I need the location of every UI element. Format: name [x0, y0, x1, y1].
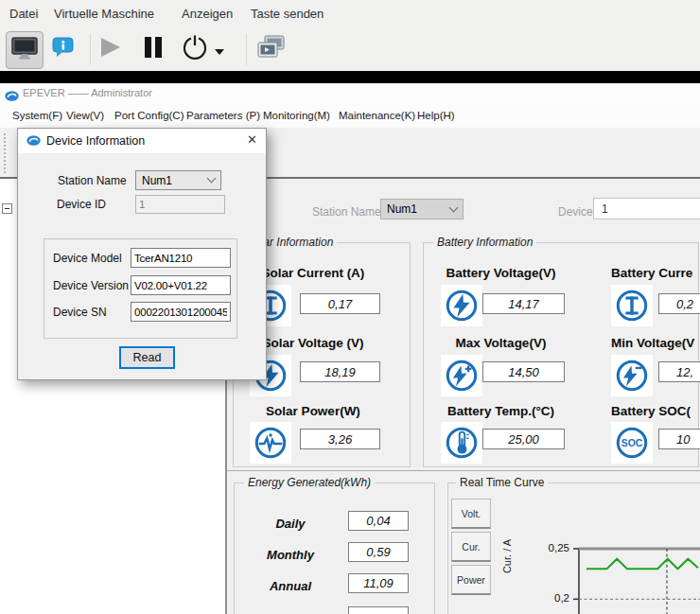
device-sn-label: Device SN [53, 306, 107, 319]
toolbar-separator [90, 34, 91, 65]
vm-toolbar [0, 28, 700, 71]
energy-daily-label: Daily [248, 517, 333, 531]
dialog-title: Device Information [46, 134, 145, 148]
app-menu-port-config[interactable]: Port Config(C) [114, 104, 184, 128]
vm-menu-view[interactable]: Anzeigen [182, 0, 233, 28]
device-id-field[interactable]: 1 [593, 198, 700, 219]
power-wave-icon [250, 422, 291, 464]
min-voltage-field[interactable]: 12, [658, 361, 700, 382]
max-voltage-icon [441, 355, 482, 396]
app-menu-view[interactable]: View(V) [66, 104, 104, 128]
curve-tab-cur[interactable]: Cur. [451, 532, 491, 562]
device-information-dialog: Device Information ✕ Station Name Num1 D… [17, 128, 267, 380]
chevron-down-icon [449, 202, 459, 212]
energy-annual-field[interactable]: 11,09 [348, 573, 409, 593]
real-time-curve-title: Real Time Curve [456, 476, 548, 489]
metric-label: Min Voltage(V [611, 336, 700, 350]
app-menu-parameters[interactable]: Parameters (P) [186, 104, 260, 128]
station-name-select[interactable]: Num1 [380, 199, 464, 219]
svg-text:SOC: SOC [621, 438, 643, 448]
energy-extra-field[interactable] [348, 606, 409, 614]
app-menu-help[interactable]: Help(H) [417, 104, 455, 128]
metric-label: Battery SOC( [611, 404, 700, 418]
energy-generated-title: Energy Generated(kWh) [244, 476, 375, 489]
energy-daily-field[interactable]: 0,04 [348, 511, 409, 531]
vm-menubar: Datei Virtuelle Maschine Anzeigen Taste … [0, 0, 700, 29]
soc-icon: SOC [611, 422, 653, 464]
battery-soc-field[interactable]: 10 [658, 429, 700, 449]
dialog-titlebar[interactable]: Device Information ✕ [18, 129, 266, 153]
station-name-label: Station Name [312, 205, 381, 219]
shutdown-icon [182, 34, 208, 64]
console-button[interactable] [6, 31, 44, 69]
device-sn-field[interactable] [131, 302, 231, 322]
device-version-field[interactable] [131, 275, 231, 295]
curve-tab-power[interactable]: Power [451, 565, 491, 595]
chevron-down-icon [207, 174, 217, 184]
epever-logo-icon [5, 88, 19, 105]
vm-menu-send-key[interactable]: Taste senden [251, 0, 324, 28]
energy-annual-label: Annual [248, 579, 333, 593]
solar-voltage-field[interactable]: 18,19 [300, 361, 380, 382]
battery-voltage-field[interactable]: 14,17 [482, 293, 565, 314]
curve-tab-volt[interactable]: Volt. [451, 499, 491, 529]
shutdown-menu-button[interactable] [214, 46, 225, 54]
shutdown-button[interactable] [182, 36, 208, 62]
energy-monthly-label: Monthly [248, 548, 333, 562]
battery-current-field[interactable]: 0,2 [658, 293, 700, 314]
device-version-label: Device Version [53, 279, 129, 292]
solar-power-field[interactable]: 3,26 [300, 429, 380, 449]
shutdown-caret-icon [215, 42, 224, 59]
energy-monthly-field[interactable]: 0,59 [348, 542, 409, 562]
device-id-value: 1 [602, 202, 608, 216]
app-menubar: System(F) View(V) Port Config(C) Paramet… [0, 104, 700, 128]
close-icon[interactable]: ✕ [247, 132, 257, 147]
app-menu-monitoring[interactable]: Monitoring(M) [263, 104, 330, 128]
device-model-label: Device Model [53, 252, 122, 265]
curve-series [586, 559, 698, 570]
vm-menu-file[interactable]: Datei [9, 0, 38, 28]
vm-menu-virtual-machine[interactable]: Virtuelle Maschine [54, 0, 154, 28]
run-icon [98, 35, 123, 63]
curve-ytick-02: 0,2 [530, 592, 569, 604]
curve-ytick-025: 0,25 [530, 542, 569, 553]
show-information-button[interactable] [51, 38, 76, 61]
guest-screen-black-bar [0, 71, 700, 83]
dialog-device-id-label: Device ID [57, 198, 106, 211]
metric-label: Max Voltage(V) [428, 336, 574, 350]
metric-label: Battery Voltage(V) [428, 266, 574, 280]
voltage-icon [441, 285, 482, 326]
app-menu-system[interactable]: System(F) [12, 104, 62, 128]
current-icon [611, 285, 653, 326]
toolbar-gripper[interactable] [4, 133, 6, 173]
device-model-field[interactable] [131, 248, 231, 268]
dialog-station-name-select[interactable]: Num1 [135, 170, 221, 190]
toolbar-separator [246, 34, 247, 65]
battery-information-title: Battery Information [433, 236, 536, 249]
max-voltage-field[interactable]: 14,50 [482, 361, 565, 382]
curve-plot [571, 546, 700, 614]
temperature-icon [441, 422, 482, 464]
solar-current-field[interactable]: 0,17 [300, 293, 380, 314]
curve-y-axis-label: Cur. / A [501, 539, 513, 573]
read-button[interactable]: Read [119, 346, 175, 369]
app-menu-maintenance[interactable]: Maintenance(K) [339, 104, 415, 128]
metric-label: Battery Temp.(°C) [428, 404, 574, 418]
screenshot-icon [257, 35, 286, 63]
console-monitor-icon [11, 37, 38, 63]
run-button[interactable] [97, 37, 124, 61]
epever-logo-icon [26, 132, 41, 149]
bottom-divider [227, 470, 700, 471]
app-titlebar: EPEVER —— Administrator [0, 83, 700, 104]
screenshot-button[interactable] [256, 36, 287, 62]
tree-collapse-toggle[interactable] [2, 203, 12, 214]
metric-label: Battery Curre [611, 266, 700, 280]
battery-temp-field[interactable]: 25,00 [482, 429, 565, 449]
pause-icon [141, 35, 166, 63]
station-name-value: Num1 [387, 202, 417, 216]
dialog-device-id-field[interactable] [135, 195, 225, 214]
dialog-station-name-label: Station Name [58, 174, 127, 187]
pause-button[interactable] [140, 37, 166, 61]
show-information-icon [52, 37, 75, 62]
dialog-station-name-value: Num1 [142, 174, 172, 187]
